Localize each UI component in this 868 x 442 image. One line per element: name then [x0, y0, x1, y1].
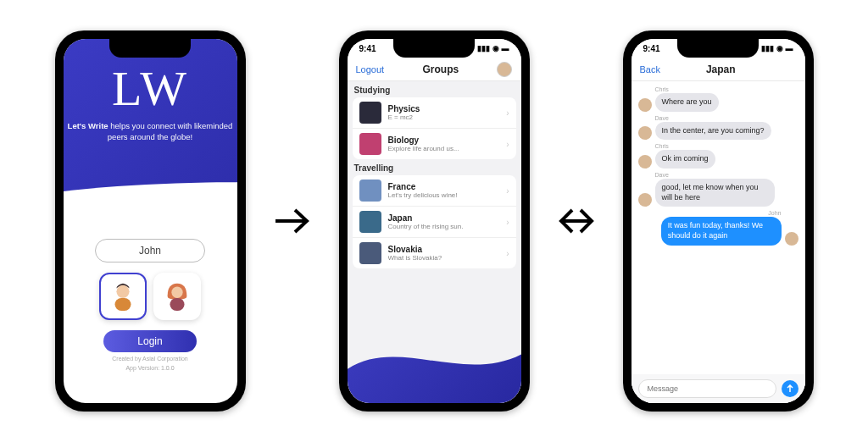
avatar-option-male[interactable]	[99, 273, 147, 320]
list-item-subtitle: Explore life around us...	[388, 145, 500, 152]
brand-name: Let's Write	[68, 121, 108, 130]
nav-bar: Logout Groups	[348, 58, 521, 81]
signal-icon: ▮▮▮	[761, 44, 774, 52]
list-item-subtitle: What is Slovakia?	[388, 254, 500, 262]
notch	[393, 39, 475, 58]
tagline: Let's Write helps you connect with likem…	[64, 120, 237, 143]
list-item-text: SlovakiaWhat is Slovakia?	[388, 245, 500, 262]
message-input[interactable]	[638, 379, 776, 398]
message-column: ChrisOk im coming	[655, 143, 715, 169]
chevron-right-icon: ›	[506, 140, 509, 149]
list-item-text: BiologyExplore life around us...	[388, 135, 500, 152]
list-item-text: PhysicsE = mc2	[388, 104, 500, 121]
message-row: ChrisWhere are you	[638, 86, 798, 112]
arrow-right-icon	[271, 200, 314, 242]
status-time: 9:41	[643, 44, 660, 53]
message-sender: John	[661, 210, 782, 216]
notch	[677, 39, 759, 58]
phone-chat: 9:41 ▮▮▮ ◉ ▬ Back Japan ChrisWhere are y…	[623, 30, 814, 412]
avatar-female-icon	[161, 280, 193, 312]
arrow-bidirectional-icon	[555, 200, 598, 242]
list-item[interactable]: BiologyExplore life around us...›	[353, 129, 516, 159]
message-avatar	[638, 155, 652, 169]
profile-avatar[interactable]	[497, 62, 512, 77]
list-thumbnail	[359, 180, 381, 202]
list-item[interactable]: SlovakiaWhat is Slovakia?›	[353, 238, 516, 268]
phone-login: LW Let's Write helps you connect with li…	[55, 30, 246, 412]
tagline-text: helps you connect with likeminded peers …	[108, 121, 233, 141]
list-item[interactable]: FranceLet's try delicious wine!›	[353, 175, 516, 207]
nav-bar: Back Japan	[632, 58, 805, 81]
status-icons: ▮▮▮ ◉ ▬	[477, 44, 509, 52]
message-bubble: In the center, are you coming?	[655, 122, 771, 141]
phone-groups: 9:41 ▮▮▮ ◉ ▬ Logout Groups StudyingPhysi…	[339, 30, 530, 412]
login-form: Login Created by Asial Corporation App V…	[64, 235, 237, 403]
message-bubble: Ok im coming	[655, 150, 715, 169]
message-column: ChrisWhere are you	[655, 86, 719, 112]
name-input[interactable]	[95, 239, 205, 262]
message-bubble: Where are you	[655, 93, 719, 112]
arrow-up-icon	[786, 384, 794, 393]
list-item-subtitle: E = mc2	[388, 113, 500, 121]
list-item-subtitle: Country of the rising sun.	[388, 223, 500, 230]
groups-body[interactable]: StudyingPhysicsE = mc2›BiologyExplore li…	[348, 81, 521, 403]
status-icons: ▮▮▮ ◉ ▬	[761, 44, 793, 52]
message-avatar	[638, 126, 652, 140]
message-sender: Dave	[655, 172, 776, 178]
list-item-title: Japan	[388, 213, 500, 223]
list-thumbnail	[359, 102, 381, 124]
message-column: Davegood, let me know when you will be h…	[655, 172, 776, 207]
message-column: DaveIn the center, are you coming?	[655, 115, 771, 141]
page-title: Japan	[706, 64, 736, 75]
avatar-male-icon	[107, 280, 139, 312]
app-logo: LW	[112, 64, 188, 113]
chat-body: ChrisWhere are youDaveIn the center, are…	[632, 81, 805, 403]
list-item[interactable]: PhysicsE = mc2›	[353, 97, 516, 129]
battery-icon: ▬	[502, 44, 509, 52]
chevron-right-icon: ›	[506, 186, 509, 196]
svg-rect-1	[115, 298, 131, 311]
page-title: Groups	[422, 64, 459, 75]
battery-icon: ▬	[786, 44, 793, 52]
chat-input-bar	[632, 374, 805, 403]
login-screen: LW Let's Write helps you connect with li…	[64, 39, 237, 403]
message-sender: Chris	[655, 86, 719, 92]
created-by-text: Created by Asial Corporation	[112, 356, 188, 362]
login-hero: LW Let's Write helps you connect with li…	[64, 39, 237, 235]
message-bubble: It was fun today, thanks! We should do i…	[661, 217, 782, 245]
wifi-icon: ◉	[492, 44, 499, 52]
list-item-text: FranceLet's try delicious wine!	[388, 182, 500, 199]
svg-point-2	[171, 287, 182, 298]
logout-link[interactable]: Logout	[356, 64, 385, 75]
chat-scroll[interactable]: ChrisWhere are youDaveIn the center, are…	[632, 81, 805, 374]
list-card: FranceLet's try delicious wine!›JapanCou…	[353, 175, 516, 268]
message-avatar	[638, 193, 652, 207]
list-thumbnail	[359, 133, 381, 155]
list-thumbnail	[359, 211, 381, 233]
list-thumbnail	[359, 242, 381, 264]
message-row: JohnIt was fun today, thanks! We should …	[638, 210, 798, 245]
chevron-right-icon: ›	[506, 218, 509, 227]
list-item-text: JapanCountry of the rising sun.	[388, 213, 500, 230]
chevron-right-icon: ›	[506, 249, 509, 258]
message-avatar	[785, 232, 798, 246]
list-item-title: Physics	[388, 104, 500, 113]
chevron-right-icon: ›	[506, 108, 509, 118]
list-card: PhysicsE = mc2›BiologyExplore life aroun…	[353, 97, 516, 159]
notch	[109, 39, 191, 58]
login-button[interactable]: Login	[103, 330, 197, 352]
status-time: 9:41	[359, 44, 376, 53]
avatar-option-female[interactable]	[153, 273, 201, 320]
message-sender: Chris	[655, 143, 715, 149]
list-item[interactable]: JapanCountry of the rising sun.›	[353, 207, 516, 238]
list-item-title: Biology	[388, 135, 500, 145]
message-bubble: good, let me know when you will be here	[655, 179, 776, 207]
message-row: DaveIn the center, are you coming?	[638, 115, 798, 141]
send-button[interactable]	[782, 380, 798, 397]
section-header: Travelling	[348, 159, 521, 175]
back-link[interactable]: Back	[640, 64, 660, 75]
message-row: Davegood, let me know when you will be h…	[638, 172, 798, 207]
svg-rect-3	[170, 298, 184, 311]
svg-point-0	[116, 285, 129, 298]
signal-icon: ▮▮▮	[477, 44, 490, 52]
